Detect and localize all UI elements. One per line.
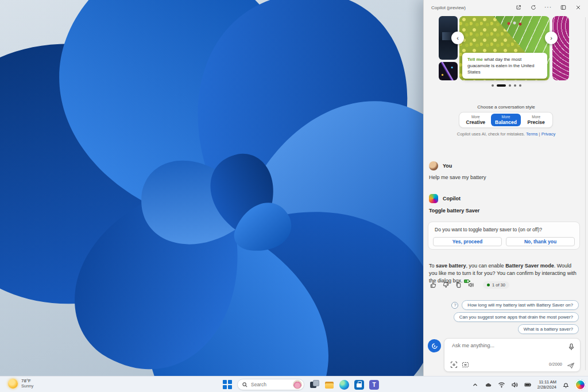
prompt-highlight: Tell me xyxy=(467,57,483,62)
user-avatar xyxy=(429,161,438,170)
suggestion-chip-3[interactable]: What is a battery saver? xyxy=(518,324,579,334)
character-counter: 0/2000 xyxy=(549,362,562,367)
hidden-icons-chevron[interactable] xyxy=(471,381,479,389)
desktop-wallpaper xyxy=(0,0,423,376)
assistant-message-header: Copilot xyxy=(429,194,461,203)
copilot-panel-header: Copilot (preview) ··· xyxy=(424,0,588,15)
suggestion-chip-2[interactable]: Can you suggest some apps that drain the… xyxy=(454,312,579,322)
assistant-heading: Toggle battery Saver xyxy=(429,208,479,214)
edge-browser-icon[interactable] xyxy=(339,380,349,390)
wifi-icon[interactable] xyxy=(498,381,506,389)
message-feedback-bar: 1 of 30 xyxy=(429,281,509,289)
battery-icon[interactable] xyxy=(524,381,532,389)
copy-icon[interactable] xyxy=(454,281,462,289)
onedrive-icon[interactable] xyxy=(485,381,493,389)
carousel-next-item[interactable] xyxy=(552,16,569,80)
copilot-avatar xyxy=(429,194,438,203)
panel-header-actions: ··· xyxy=(515,5,588,11)
taskbar-search[interactable] xyxy=(237,379,304,390)
assistant-name: Copilot xyxy=(443,196,461,201)
carousel-dot[interactable] xyxy=(519,84,521,87)
user-name: You xyxy=(443,163,452,169)
start-button[interactable] xyxy=(223,380,232,389)
ai-disclaimer: Copilot uses AI, check for mistakes. Ter… xyxy=(424,131,588,137)
open-external-icon[interactable] xyxy=(515,5,521,11)
read-aloud-icon[interactable] xyxy=(467,281,475,289)
clock-time: 11:11 AM xyxy=(537,379,556,385)
weather-temperature: 78°F xyxy=(21,378,33,383)
carousel-prev-button[interactable]: ‹ xyxy=(451,32,464,44)
add-image-icon[interactable] xyxy=(450,360,458,368)
search-daily-image xyxy=(293,380,302,389)
search-icon xyxy=(242,382,247,387)
dock-window-icon[interactable] xyxy=(560,5,566,11)
suggestion-help-icon[interactable]: ? xyxy=(451,302,458,309)
carousel-prev-item[interactable] xyxy=(439,16,458,80)
bloom-flower-graphic xyxy=(0,0,423,376)
volume-icon[interactable] xyxy=(511,381,519,389)
carousel-next-button[interactable]: › xyxy=(545,32,558,44)
carousel-prompt-card[interactable]: Tell me what day the most guacamole is e… xyxy=(462,53,547,79)
weather-condition: Sunny xyxy=(21,383,33,389)
copilot-panel: Copilot (preview) ··· xyxy=(423,0,588,376)
style-option-creative[interactable]: More Creative xyxy=(461,114,491,126)
teams-icon[interactable]: T xyxy=(369,380,379,390)
carousel-dot[interactable] xyxy=(509,84,511,87)
thumbs-down-icon[interactable] xyxy=(442,281,450,289)
user-message: Help me save my battery xyxy=(429,174,486,180)
battery-saver-dialog: Do you want to toggle battery saver to (… xyxy=(428,222,580,250)
microphone-icon[interactable] xyxy=(568,343,575,350)
carousel-dot[interactable] xyxy=(492,84,494,87)
sunny-icon xyxy=(8,379,18,389)
screen: Copilot (preview) ··· xyxy=(0,0,588,392)
panel-title: Copilot (preview) xyxy=(424,5,466,10)
privacy-link[interactable]: Privacy xyxy=(541,131,556,137)
status-dot xyxy=(487,284,490,286)
notifications-bell-icon[interactable] xyxy=(562,381,570,389)
send-icon[interactable] xyxy=(567,361,575,368)
chat-input-box: 0/2000 xyxy=(444,338,581,372)
microsoft-store-icon[interactable] xyxy=(354,380,364,390)
carousel-dot-active[interactable] xyxy=(497,84,506,87)
carousel-dot[interactable] xyxy=(514,84,516,87)
search-input[interactable] xyxy=(251,382,291,387)
refresh-icon[interactable] xyxy=(530,5,536,11)
screenshot-icon[interactable] xyxy=(462,360,469,368)
conversation-style-toggle: More Creative More Balanced More Precise xyxy=(459,112,553,128)
taskbar-center: T xyxy=(223,377,379,392)
chat-input[interactable] xyxy=(452,343,555,348)
no-thank-you-button[interactable]: No, thank you xyxy=(506,237,575,246)
copilot-taskbar-icon[interactable] xyxy=(575,379,586,390)
thumbs-up-icon[interactable] xyxy=(429,281,437,289)
taskbar-clock[interactable]: 11:11 AM 2/28/2024 xyxy=(537,379,556,390)
terms-link[interactable]: Terms xyxy=(526,131,537,137)
conversation-style-label: Choose a conversation style xyxy=(424,104,588,110)
close-icon[interactable] xyxy=(575,5,581,11)
system-tray: 11:11 AM 2/28/2024 xyxy=(471,377,586,392)
task-view-button[interactable] xyxy=(310,380,319,390)
discover-carousel: ‹ › Tell me what day the most guacamole … xyxy=(424,16,588,81)
yes-proceed-button[interactable]: Yes, proceed xyxy=(433,237,502,246)
suggestion-chip-1[interactable]: How long will my battery last with Batte… xyxy=(462,300,579,310)
carousel-pagination xyxy=(424,84,588,87)
style-option-balanced[interactable]: More Balanced xyxy=(491,114,521,126)
response-page-badge: 1 of 30 xyxy=(483,281,509,289)
style-option-precise[interactable]: More Precise xyxy=(521,114,551,126)
new-topic-button[interactable] xyxy=(428,339,441,352)
weather-widget[interactable]: 78°F Sunny xyxy=(5,378,37,389)
dialog-question: Do you want to toggle battery saver to (… xyxy=(435,227,542,232)
taskbar: 78°F Sunny T xyxy=(0,376,588,392)
carousel-image-neon xyxy=(439,62,458,80)
more-options-icon[interactable]: ··· xyxy=(545,5,551,11)
file-explorer-icon[interactable] xyxy=(324,380,334,390)
user-message-header: You xyxy=(429,161,452,170)
clock-date: 2/28/2024 xyxy=(537,385,556,390)
